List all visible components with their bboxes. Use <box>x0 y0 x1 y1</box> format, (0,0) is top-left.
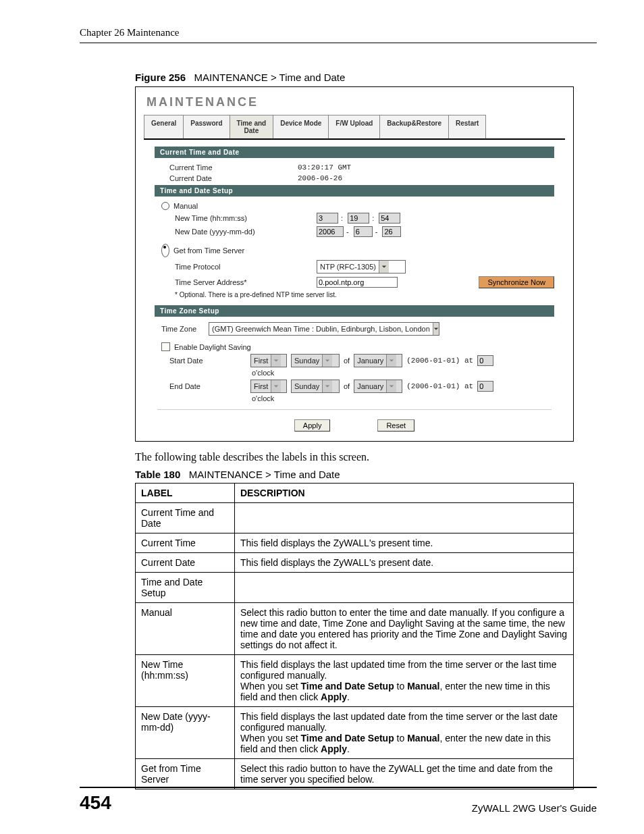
end-ordinal-select[interactable]: First <box>250 380 287 393</box>
new-date-label: New Date (yyyy-mm-dd) <box>175 228 317 236</box>
start-month-select[interactable]: January <box>354 354 402 367</box>
table-row: New Date (yyyy-mm-dd) This field display… <box>136 707 574 759</box>
screenshot-frame: MAINTENANCE General Password Time andDat… <box>135 86 574 442</box>
synchronize-now-button[interactable]: Synchronize Now <box>479 276 554 288</box>
chevron-down-icon <box>271 355 281 367</box>
time-zone-select[interactable]: (GMT) Greenwich Mean Time : Dublin, Edin… <box>209 322 439 336</box>
figure-title: MAINTENANCE > Time and Date <box>194 72 346 83</box>
table-row: New Time (hh:mm:ss) This field displays … <box>136 655 574 707</box>
time-server-addr-label: Time Server Address* <box>175 278 317 286</box>
start-day-select[interactable]: Sunday <box>291 354 340 367</box>
new-time-label: New Time (hh:mm:ss) <box>175 214 317 222</box>
figure-caption: Figure 256 MAINTENANCE > Time and Date <box>135 72 597 83</box>
chevron-down-icon <box>322 380 332 392</box>
body-text: The following table describes the labels… <box>135 451 597 463</box>
time-server-note: * Optional. There is a pre-defined NTP t… <box>175 291 554 298</box>
section-zone-heading: Time Zone Setup <box>155 305 554 317</box>
current-time-label: Current Time <box>169 163 298 172</box>
end-date-label: End Date <box>169 382 250 390</box>
th-label: LABEL <box>136 484 235 503</box>
time-zone-label: Time Zone <box>161 325 209 333</box>
oclock-label: o'clock <box>252 369 274 377</box>
tab-backup-restore[interactable]: Backup&Restore <box>379 115 449 138</box>
end-hour-input[interactable] <box>477 381 493 392</box>
table-caption: Table 180 MAINTENANCE > Time and Date <box>135 469 597 480</box>
page-number: 454 <box>80 792 111 814</box>
description-table: LABEL DESCRIPTION Current Time and Date … <box>135 483 574 789</box>
tab-restart[interactable]: Restart <box>448 115 486 138</box>
chevron-down-icon <box>386 355 396 367</box>
table-row: Time and Date Setup <box>136 573 574 603</box>
start-ordinal-select[interactable]: First <box>250 354 287 367</box>
chapter-label: Chapter 26 Maintenance <box>80 27 597 38</box>
page-footer: 454 ZyWALL 2WG User's Guide <box>80 781 597 814</box>
radio-time-server[interactable] <box>161 244 169 257</box>
current-date-value: 2006-06-26 <box>298 174 342 182</box>
end-day-select[interactable]: Sunday <box>291 380 340 393</box>
new-date-day[interactable] <box>382 226 401 237</box>
chevron-down-icon <box>379 261 389 273</box>
chevron-down-icon <box>322 355 332 367</box>
chevron-down-icon <box>271 380 281 392</box>
radio-time-server-label: Get from Time Server <box>173 246 244 255</box>
table-row: Current Time and Date <box>136 503 574 533</box>
apply-button[interactable]: Apply <box>294 419 331 432</box>
enable-daylight-saving-label: Enable Daylight Saving <box>174 343 251 351</box>
radio-manual[interactable] <box>161 202 169 210</box>
table-row: Current DateThis field displays the ZyWA… <box>136 553 574 573</box>
table-row: Current TimeThis field displays the ZyWA… <box>136 533 574 553</box>
th-description: DESCRIPTION <box>235 484 574 503</box>
current-time-value: 03:20:17 GMT <box>298 163 351 172</box>
tab-password[interactable]: Password <box>183 115 230 138</box>
table-row: ManualSelect this radio button to enter … <box>136 603 574 655</box>
start-hour-input[interactable] <box>477 355 493 366</box>
new-time-sec[interactable] <box>379 213 400 224</box>
start-hint: (2006-01-01) at <box>406 357 473 365</box>
of-label: of <box>344 357 350 365</box>
tab-time-and-date[interactable]: Time andDate <box>230 115 274 138</box>
header-rule <box>80 43 597 43</box>
new-date-year[interactable] <box>317 226 344 237</box>
end-month-select[interactable]: January <box>354 380 402 393</box>
section-current-heading: Current Time and Date <box>155 147 554 158</box>
reset-button[interactable]: Reset <box>377 419 414 432</box>
time-protocol-select[interactable]: NTP (RFC-1305) <box>317 260 406 273</box>
oclock-label: o'clock <box>252 394 274 402</box>
section-setup-heading: Time and Date Setup <box>155 185 554 197</box>
tab-general[interactable]: General <box>144 115 184 138</box>
figure-number: Figure 256 <box>135 72 186 83</box>
time-server-addr-input[interactable] <box>317 277 398 288</box>
radio-manual-label: Manual <box>173 202 198 210</box>
tab-device-mode[interactable]: Device Mode <box>273 115 329 138</box>
panel-divider <box>157 409 552 410</box>
new-time-hour[interactable] <box>317 213 338 224</box>
new-time-min[interactable] <box>348 213 369 224</box>
app-title: MAINTENANCE <box>136 93 573 115</box>
start-date-label: Start Date <box>169 357 250 365</box>
table-number: Table 180 <box>135 469 180 480</box>
tab-fw-upload[interactable]: F/W Upload <box>328 115 380 138</box>
new-date-month[interactable] <box>354 226 373 237</box>
end-hint: (2006-01-01) at <box>406 382 473 390</box>
table-title: MAINTENANCE > Time and Date <box>189 469 340 480</box>
current-date-label: Current Date <box>169 174 298 182</box>
time-protocol-label: Time Protocol <box>175 263 317 271</box>
guide-title: ZyWALL 2WG User's Guide <box>472 802 597 814</box>
tab-row: General Password Time andDate Device Mod… <box>144 115 565 140</box>
enable-daylight-saving-checkbox[interactable] <box>161 342 170 351</box>
chevron-down-icon <box>433 323 439 335</box>
of-label: of <box>344 382 350 390</box>
chevron-down-icon <box>386 380 396 392</box>
